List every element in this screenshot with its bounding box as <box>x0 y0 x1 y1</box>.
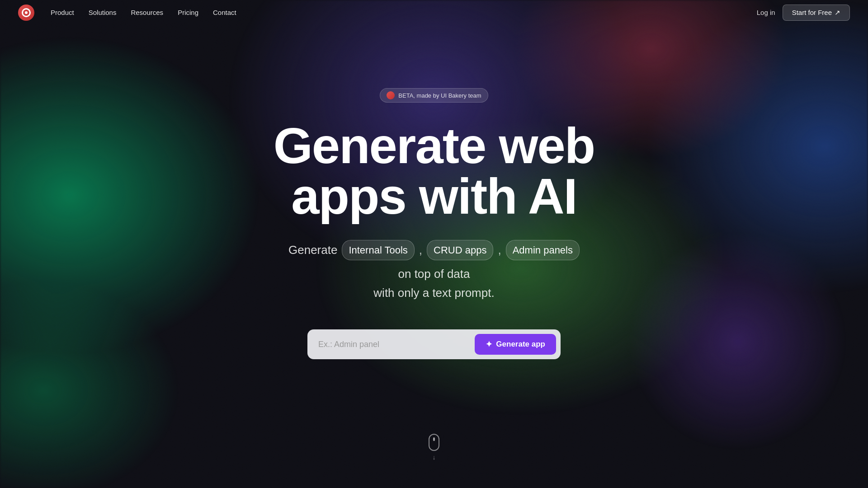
scroll-down-icon: ↓ <box>433 454 436 461</box>
logo[interactable] <box>18 5 34 21</box>
generate-label: Generate app <box>496 340 545 349</box>
pill-admin-panels: Admin panels <box>506 240 580 260</box>
mouse-icon <box>429 434 439 451</box>
nav-link-solutions[interactable]: Solutions <box>89 9 117 16</box>
hero-title: Generate web apps with AI <box>274 121 595 222</box>
search-input[interactable] <box>318 340 469 349</box>
navbar: ProductSolutionsResourcesPricingContact … <box>0 0 868 25</box>
mouse-dot <box>433 437 435 441</box>
subtitle-prefix: Generate <box>288 241 337 260</box>
subtitle-suffix: on top of datawith only a text prompt. <box>373 265 494 302</box>
nav-link-contact[interactable]: Contact <box>213 9 236 16</box>
nav-links: ProductSolutionsResourcesPricingContact <box>51 9 741 16</box>
hero-section: BETA, made by UI Bakery team Generate we… <box>0 25 868 359</box>
nav-link-product[interactable]: Product <box>51 9 74 16</box>
beta-badge-text: BETA, made by UI Bakery team <box>398 92 481 99</box>
scroll-indicator: ↓ <box>429 434 439 461</box>
hero-title-line2: apps with AI <box>291 168 576 225</box>
external-link-icon: ↗ <box>835 9 840 17</box>
pill-internal-tools: Internal Tools <box>342 240 414 260</box>
nav-link-resources[interactable]: Resources <box>131 9 163 16</box>
hero-title-line1: Generate web <box>274 117 595 174</box>
hero-subtitle: Generate Internal Tools , CRUD apps , Ad… <box>276 240 592 302</box>
comma-1: , <box>419 241 422 260</box>
start-free-label: Start for Free <box>792 9 832 16</box>
generate-button[interactable]: ✦ Generate app <box>475 334 556 355</box>
comma-2: , <box>498 241 501 260</box>
logo-icon <box>22 8 31 17</box>
beta-logo-icon <box>387 91 395 99</box>
beta-badge: BETA, made by UI Bakery team <box>380 88 488 103</box>
sparkle-icon: ✦ <box>486 339 492 349</box>
pill-crud-apps: CRUD apps <box>427 240 493 260</box>
nav-link-pricing[interactable]: Pricing <box>178 9 198 16</box>
search-bar: ✦ Generate app <box>307 329 561 359</box>
start-free-button[interactable]: Start for Free ↗ <box>783 5 850 21</box>
login-button[interactable]: Log in <box>757 9 775 16</box>
nav-right: Log in Start for Free ↗ <box>757 5 850 21</box>
